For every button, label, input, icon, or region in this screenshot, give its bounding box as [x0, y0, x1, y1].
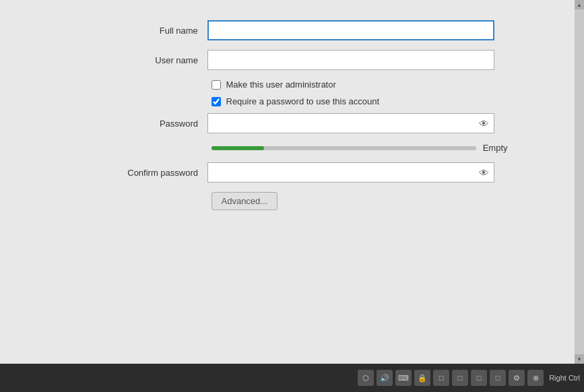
taskbar-icon-7[interactable]: □ — [471, 370, 487, 386]
password-label: Password — [90, 119, 208, 129]
admin-checkbox[interactable] — [212, 80, 221, 90]
confirm-password-row: Confirm password 👁 — [90, 162, 494, 183]
require-password-checkbox-row: Require a password to use this account — [212, 96, 494, 106]
taskbar-icon-10[interactable]: ⊕ — [527, 370, 544, 386]
taskbar-icon-9[interactable]: ⚙ — [509, 370, 525, 386]
taskbar-icon-4[interactable]: 🔒 — [414, 370, 430, 386]
username-label: User name — [90, 55, 207, 65]
scroll-down-arrow[interactable]: ▼ — [575, 354, 584, 364]
taskbar-icon-8[interactable]: □ — [490, 370, 506, 386]
password-input-wrapper: 👁 — [207, 113, 494, 133]
require-password-checkbox[interactable] — [212, 97, 221, 106]
main-content: Full name User name Make this user admin… — [0, 0, 584, 364]
advanced-button-row: Advanced... — [90, 192, 494, 210]
confirm-password-input[interactable] — [207, 162, 494, 183]
taskbar-icon-6[interactable]: □ — [452, 370, 468, 386]
confirm-password-eye-icon[interactable]: 👁 — [479, 167, 489, 178]
confirm-password-input-wrapper: 👁 — [207, 162, 494, 183]
strength-label: Empty — [483, 143, 508, 153]
scroll-up-arrow[interactable]: ▲ — [575, 0, 584, 9]
admin-checkbox-label[interactable]: Make this user administrator — [226, 79, 336, 90]
admin-checkbox-row: Make this user administrator — [212, 79, 494, 90]
password-eye-icon[interactable]: 👁 — [479, 118, 489, 129]
taskbar-icon-3[interactable]: ⌨ — [395, 370, 412, 386]
fullname-row: Full name — [90, 20, 494, 40]
password-row: Password 👁 — [90, 113, 494, 133]
confirm-password-label: Confirm password — [90, 168, 208, 178]
taskbar-icon-1[interactable]: ⬡ — [358, 370, 374, 386]
password-input[interactable] — [207, 113, 494, 133]
require-password-checkbox-label[interactable]: Require a password to use this account — [226, 96, 380, 106]
taskbar-icon-5[interactable]: □ — [433, 370, 449, 386]
right-ctrl-label: Right Ctrl — [549, 374, 580, 382]
strength-bar-fill — [212, 146, 265, 150]
scroll-indicator: ▲ ▼ — [575, 0, 584, 364]
fullname-input[interactable] — [207, 20, 494, 40]
taskbar-icons: ⬡ 🔊 ⌨ 🔒 □ □ □ □ ⚙ ⊕ Right Ctrl — [358, 370, 580, 386]
username-row: User name — [90, 50, 494, 70]
advanced-button[interactable]: Advanced... — [212, 192, 278, 210]
strength-bar-background — [212, 146, 476, 150]
taskbar: ⬡ 🔊 ⌨ 🔒 □ □ □ □ ⚙ ⊕ Right Ctrl — [0, 364, 584, 392]
fullname-label: Full name — [90, 26, 207, 36]
form-container: Full name User name Make this user admin… — [90, 7, 494, 224]
username-input[interactable] — [207, 50, 494, 70]
taskbar-icon-2[interactable]: 🔊 — [377, 370, 393, 386]
password-strength-row: Empty — [212, 143, 508, 153]
